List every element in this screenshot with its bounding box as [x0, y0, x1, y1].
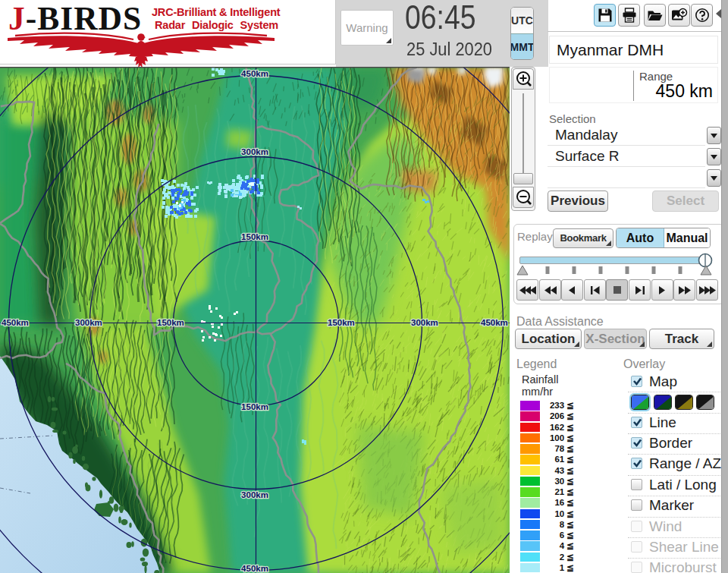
svg-text:450km: 450km [2, 318, 29, 327]
svg-text:150km: 150km [157, 318, 184, 327]
svg-text:300km: 300km [241, 490, 268, 499]
svg-text:300km: 300km [241, 147, 268, 156]
svg-text:450km: 450km [241, 564, 268, 573]
svg-text:450km: 450km [241, 69, 268, 78]
svg-text:150km: 150km [241, 402, 268, 411]
svg-text:300km: 300km [75, 318, 102, 327]
svg-text:150km: 150km [241, 232, 268, 241]
svg-text:300km: 300km [411, 318, 438, 327]
svg-text:450km: 450km [481, 318, 508, 327]
svg-text:150km: 150km [328, 318, 355, 327]
